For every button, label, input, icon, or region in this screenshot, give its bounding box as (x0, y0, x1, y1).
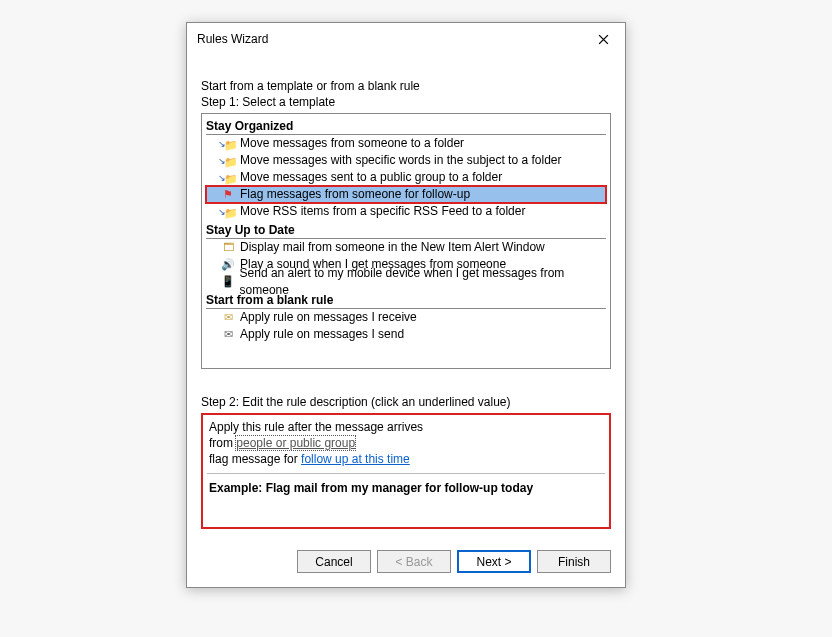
desc-line-from: from people or public group (209, 435, 603, 451)
next-button[interactable]: Next > (457, 550, 531, 573)
alert-window-icon: 🗔 (220, 241, 236, 255)
template-display-alert[interactable]: 🗔 Display mail from someone in the New I… (206, 239, 606, 256)
template-label: Move messages sent to a public group to … (240, 169, 502, 186)
template-listbox[interactable]: Stay Organized ↘📁 Move messages from som… (201, 113, 611, 369)
flag-icon: ⚑ (220, 188, 236, 202)
close-button[interactable] (589, 29, 617, 49)
desc-example: Example: Flag mail from my manager for f… (209, 480, 603, 496)
template-flag-followup[interactable]: ⚑ Flag messages from someone for follow-… (206, 186, 606, 203)
desc-line-apply: Apply this rule after the message arrive… (209, 419, 603, 435)
template-move-rss[interactable]: ↘📁 Move RSS items from a specific RSS Fe… (206, 203, 606, 220)
step1-label: Step 1: Select a template (201, 95, 611, 109)
link-people-group[interactable]: people or public group (236, 436, 355, 450)
dialog-title: Rules Wizard (197, 32, 268, 46)
move-folder-icon: ↘📁 (220, 171, 236, 185)
sound-icon: 🔊 (220, 258, 236, 272)
template-move-from-someone[interactable]: ↘📁 Move messages from someone to a folde… (206, 135, 606, 152)
template-label: Apply rule on messages I receive (240, 309, 417, 326)
step2-label: Step 2: Edit the rule description (click… (201, 395, 611, 409)
desc-line-flag: flag message for follow up at this time (209, 451, 603, 467)
template-blank-send[interactable]: ✉ Apply rule on messages I send (206, 326, 606, 343)
rss-folder-icon: ↘📁 (220, 205, 236, 219)
envelope-icon: ✉ (220, 311, 236, 325)
desc-flag-prefix: flag message for (209, 452, 301, 466)
section-stay-up-to-date: Stay Up to Date (206, 222, 606, 239)
move-folder-icon: ↘📁 (220, 154, 236, 168)
finish-button[interactable]: Finish (537, 550, 611, 573)
template-blank-receive[interactable]: ✉ Apply rule on messages I receive (206, 309, 606, 326)
dialog-button-row: Cancel < Back Next > Finish (187, 538, 625, 587)
titlebar: Rules Wizard (187, 23, 625, 53)
template-label: Move messages from someone to a folder (240, 135, 464, 152)
cancel-button[interactable]: Cancel (297, 550, 371, 573)
rules-wizard-dialog: Rules Wizard Start from a template or fr… (186, 22, 626, 588)
template-mobile-alert[interactable]: 📱 Send an alert to my mobile device when… (206, 273, 606, 290)
rule-description-box: Apply this rule after the message arrive… (201, 413, 611, 529)
description-divider (207, 473, 605, 474)
link-followup-time[interactable]: follow up at this time (301, 452, 410, 466)
dialog-content: Start from a template or from a blank ru… (187, 53, 625, 538)
desc-from-prefix: from (209, 436, 236, 450)
close-icon (598, 34, 609, 45)
send-icon: ✉ (220, 328, 236, 342)
back-button[interactable]: < Back (377, 550, 451, 573)
template-label: Apply rule on messages I send (240, 326, 404, 343)
section-stay-organized: Stay Organized (206, 118, 606, 135)
template-move-specific-words[interactable]: ↘📁 Move messages with specific words in … (206, 152, 606, 169)
template-label: Flag messages from someone for follow-up (240, 186, 470, 203)
mobile-icon: 📱 (220, 275, 236, 289)
template-move-public-group[interactable]: ↘📁 Move messages sent to a public group … (206, 169, 606, 186)
move-folder-icon: ↘📁 (220, 137, 236, 151)
template-label: Move RSS items from a specific RSS Feed … (240, 203, 525, 220)
template-label: Display mail from someone in the New Ite… (240, 239, 545, 256)
template-label: Move messages with specific words in the… (240, 152, 561, 169)
instruction-text: Start from a template or from a blank ru… (201, 79, 611, 93)
